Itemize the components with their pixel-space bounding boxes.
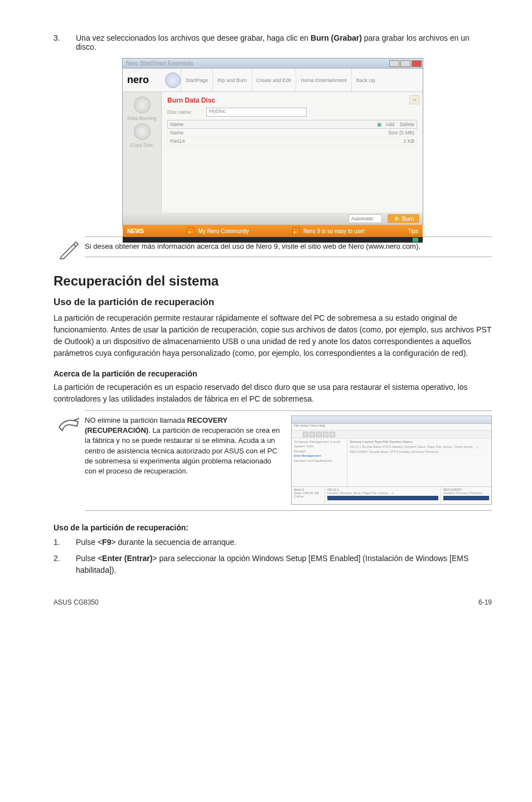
dm-cols: Volume Layout Type File System Status xyxy=(350,439,489,445)
discname-input: MyDisc xyxy=(206,108,307,117)
tool-icon xyxy=(316,432,322,437)
discname-label: Disc name: xyxy=(167,109,206,115)
footer-left: ASUS CG8350 xyxy=(54,598,99,606)
news-tag: Tips xyxy=(408,228,418,234)
add-btn-text: Add xyxy=(385,122,394,127)
dm-p3-sub: Healthy (Primary Partition) xyxy=(443,491,489,495)
data-burning-icon xyxy=(134,96,151,113)
side-databurning: Data Burning xyxy=(123,115,161,121)
li1-num: 1. xyxy=(54,537,76,548)
list-item: 2. Pulse <Enter (Entrar)> para seleccion… xyxy=(54,553,492,576)
tb-startpage: StartPage xyxy=(181,69,212,91)
disk-mgmt-screenshot: File Action View Help Computer Managemen… xyxy=(291,416,492,505)
delete-btn-text: Delete xyxy=(400,122,414,127)
subheading-1: Uso de la partición de recuperación xyxy=(54,297,492,308)
burn-icon xyxy=(393,215,400,222)
dm-menu: File Action View Help xyxy=(292,424,491,431)
tool-icon xyxy=(303,432,308,437)
section-heading: Recuperación del sistema xyxy=(54,273,492,289)
pen-icon xyxy=(58,238,80,260)
burn-button: Burn xyxy=(388,214,419,223)
li2-b: Enter (Entrar) xyxy=(102,554,152,563)
warn-l1c: . xyxy=(148,426,151,434)
dm-tree-item: Disk Management xyxy=(294,453,345,458)
dm-tree-item: Storage xyxy=(294,449,345,453)
step-3: 3. Una vez seleccionados los archivos qu… xyxy=(54,33,492,51)
row1-size: 1 KB xyxy=(403,138,414,144)
minimize-icon xyxy=(389,60,399,67)
tool-icon xyxy=(309,432,315,437)
col-name: Name xyxy=(170,122,183,127)
nero-screenshot: Nero StartSmart Essentials nero StartPag… xyxy=(122,58,423,225)
hand-icon xyxy=(57,414,81,438)
close-icon xyxy=(412,60,422,67)
burn-heading: Burn Data Disc xyxy=(167,96,417,104)
tb-ripburn: Rip and Burn xyxy=(212,69,252,91)
li1-a: Pulse < xyxy=(76,538,102,547)
resize-grip-icon xyxy=(413,238,418,242)
li1-b: F9 xyxy=(102,538,111,547)
rss-icon xyxy=(292,227,300,235)
dm-tree-item: Computer Management (Local) xyxy=(294,439,345,444)
subheading-3: Uso de la partición de recuperación: xyxy=(54,523,492,532)
footer-right: 6-19 xyxy=(478,598,492,606)
step3-bold: Burn (Grabar) xyxy=(311,33,362,42)
subheading-2: Acerca de la partición de recuperación xyxy=(54,369,492,378)
burn-label: Burn xyxy=(402,216,414,222)
scissors-icon: ✂ xyxy=(409,95,419,104)
dm-tree-item: Services and Applications xyxy=(294,458,345,463)
row1-name: Part14 xyxy=(170,138,185,144)
dm-tree-item: System Tools xyxy=(294,444,345,448)
warn-l1a: NO elimine la partición llamada xyxy=(85,416,187,424)
side-copydisc: Copy Disc xyxy=(123,142,161,148)
dm-row: OS (C:) Simple Basic NTFS Healthy (Syste… xyxy=(350,445,489,450)
list-item: 1. Pulse <F9> durante la secuencia de ar… xyxy=(54,537,492,548)
tb-backup: Back Up xyxy=(351,69,380,91)
news-item2: Nero 9 is so easy to use! xyxy=(303,228,365,234)
li2-a: Pulse < xyxy=(76,554,102,563)
col-name2: Name xyxy=(170,130,183,136)
li2-num: 2. xyxy=(54,553,76,576)
maximize-icon xyxy=(400,60,410,67)
tool-icon xyxy=(330,432,335,437)
col-size: Size (5 MB) xyxy=(388,130,414,136)
news-label: NEWS xyxy=(127,228,144,234)
mode-combo: Automatic xyxy=(349,214,382,223)
para-1: La partición de recuperación permite res… xyxy=(54,312,492,359)
dm-p2-sub: Healthy (System, Boot, Page File, Active… xyxy=(327,491,438,495)
dm-p1-sub: Basic 298.09 GB Online xyxy=(294,491,322,498)
para-2: La partición de recuperación es un espac… xyxy=(54,381,492,405)
copy-disc-icon xyxy=(134,123,151,140)
nero-window-title: Nero StartSmart Essentials xyxy=(126,60,194,66)
rss-icon xyxy=(187,227,195,235)
news-item1: My Nero Community xyxy=(198,228,249,234)
step3-pre: Una vez seleccionados los archivos que d… xyxy=(76,33,311,42)
nero-logo: nero xyxy=(123,74,162,86)
li1-c: > durante la secuencia de arranque. xyxy=(111,538,236,547)
step-number: 3. xyxy=(54,33,76,51)
tool-icon xyxy=(323,432,328,437)
tb-createedit: Create and Edit xyxy=(252,69,296,91)
orb-icon xyxy=(165,73,181,88)
dm-row: RECOVERY Simple Basic NTFS Healthy (Prim… xyxy=(350,450,489,455)
tb-home: Home Entertainment xyxy=(296,69,351,91)
